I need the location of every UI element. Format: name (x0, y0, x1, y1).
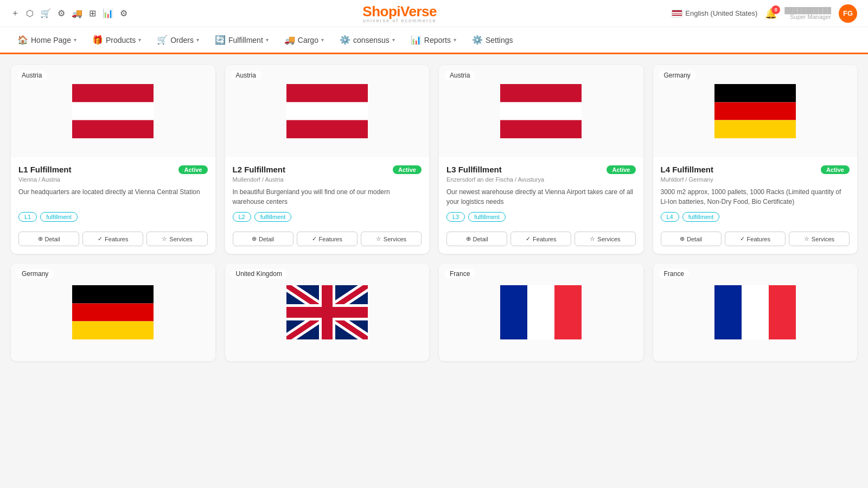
detail-label: Detail (259, 236, 274, 242)
app-tagline: universe of ecommerce (127, 18, 672, 23)
services-button[interactable]: ☆ Services (361, 232, 422, 246)
svg-rect-2 (72, 120, 154, 139)
fulfillment-card: United Kingdom (225, 264, 430, 361)
country-badge: France (659, 269, 690, 279)
navbar: 🏠 Home Page ▾ 🎁 Products ▾ 🛒 Orders ▾ 🔄 … (0, 27, 868, 54)
card-image: Austria (225, 65, 430, 157)
nav-item-reports[interactable]: 📊 Reports ▾ (404, 30, 463, 49)
svg-rect-8 (500, 120, 582, 139)
tag: L4 (661, 212, 679, 222)
features-button[interactable]: ✓ Features (725, 232, 786, 246)
services-icon: ☆ (162, 235, 167, 242)
card-image: Germany (11, 264, 215, 361)
nav-label-reports: Reports (424, 36, 451, 44)
truck-icon[interactable]: 🚚 (72, 8, 82, 18)
card-title: L1 Fulfillment (18, 165, 72, 174)
nav-item-settings[interactable]: ⚙️ Settings (465, 30, 520, 49)
fulfillment-card: Germany L4 Fulfillment Active Muhldorf /… (653, 65, 858, 254)
plus-icon[interactable]: ＋ (11, 8, 20, 19)
nav-label-homepage: Home Page (31, 36, 71, 44)
services-icon: ☆ (376, 235, 381, 242)
card-body: L4 Fulfillment Active Muhldorf / Germany… (653, 157, 858, 226)
card-tags: L3fulfillment (446, 212, 636, 222)
detail-button[interactable]: ⊕ Detail (233, 232, 293, 246)
services-button[interactable]: ☆ Services (146, 232, 207, 246)
chevron-down-icon: ▾ (454, 37, 456, 43)
user-name: ███████████ (784, 7, 831, 14)
svg-rect-11 (714, 120, 796, 139)
gear-icon[interactable]: ⚙ (120, 8, 127, 18)
tag: fulfillment (682, 212, 719, 222)
detail-icon: ⊕ (38, 235, 43, 242)
services-icon: ☆ (590, 235, 595, 242)
nav-item-orders[interactable]: 🛒 Orders ▾ (150, 30, 206, 49)
detail-button[interactable]: ⊕ Detail (661, 232, 722, 246)
nav-label-settings: Settings (486, 36, 513, 44)
features-button[interactable]: ✓ Features (510, 232, 571, 246)
card-description: In beautiful Burgenland you will find on… (233, 187, 422, 207)
services-button[interactable]: ☆ Services (789, 232, 850, 246)
tag: fulfillment (468, 212, 505, 222)
card-tags: L2fulfillment (233, 212, 422, 222)
grid-icon[interactable]: ⊞ (89, 8, 96, 18)
features-icon: ✓ (526, 235, 531, 242)
settings-icon[interactable]: ⚙ (58, 8, 65, 18)
detail-icon: ⊕ (466, 235, 471, 242)
nav-item-products[interactable]: 🎁 Products ▾ (86, 30, 148, 49)
language-selector[interactable]: English (United States) (672, 9, 757, 17)
services-button[interactable]: ☆ Services (575, 232, 635, 246)
user-avatar[interactable]: FG (839, 4, 857, 23)
status-badge: Active (393, 165, 422, 174)
card-actions: ⊕ Detail ✓ Features ☆ Services (653, 226, 858, 254)
svg-rect-26 (554, 285, 582, 339)
card-body: L1 Fulfillment Active Vienna / Austria O… (11, 157, 215, 226)
features-icon: ✓ (98, 235, 103, 242)
country-badge: Germany (16, 269, 54, 279)
chevron-down-icon: ▾ (196, 37, 199, 43)
card-body: L2 Fulfillment Active Mullendorf / Austr… (225, 157, 430, 226)
tag: L1 (18, 212, 37, 222)
nav-label-products: Products (106, 36, 136, 44)
detail-button[interactable]: ⊕ Detail (18, 232, 79, 246)
detail-button[interactable]: ⊕ Detail (446, 232, 507, 246)
nav-label-orders: Orders (170, 36, 194, 44)
tag: L3 (446, 212, 465, 222)
nav-item-homepage[interactable]: 🏠 Home Page ▾ (11, 30, 83, 49)
notifications-button[interactable]: 🔔 0 (765, 8, 777, 20)
card-image: France (439, 264, 643, 361)
card-actions: ⊕ Detail ✓ Features ☆ Services (11, 226, 215, 254)
cargo-icon: 🚚 (284, 35, 295, 45)
chevron-down-icon: ▾ (392, 37, 395, 43)
app-name: ShopiVerse (362, 3, 437, 20)
detail-icon: ⊕ (680, 235, 685, 242)
nav-item-cargo[interactable]: 🚚 Cargo ▾ (278, 30, 330, 49)
features-icon: ✓ (740, 235, 745, 242)
features-label: Features (319, 236, 342, 242)
fulfillment-card: Germany (11, 264, 215, 361)
nav-item-fulfillment[interactable]: 🔄 Fulfillment ▾ (208, 30, 275, 49)
card-tags: L4fulfillment (661, 212, 850, 222)
card-image: France (653, 264, 858, 361)
card-image: Germany (653, 65, 858, 157)
svg-rect-24 (500, 285, 527, 339)
features-button[interactable]: ✓ Features (297, 232, 358, 246)
nav-label-consensus: consensus (353, 36, 390, 44)
detail-label: Detail (473, 236, 488, 242)
chart-icon[interactable]: 📊 (103, 8, 113, 18)
cube-icon[interactable]: ⬡ (26, 8, 34, 18)
detail-label: Detail (687, 236, 702, 242)
card-grid: Austria L1 Fulfillment Active Vienna / A… (11, 65, 857, 361)
nav-item-consensus[interactable]: ⚙️ consensus ▾ (333, 30, 401, 49)
card-actions: ⊕ Detail ✓ Features ☆ Services (225, 226, 430, 254)
svg-rect-1 (72, 102, 154, 120)
services-label: Services (597, 236, 620, 242)
features-label: Features (533, 236, 556, 242)
features-button[interactable]: ✓ Features (82, 232, 143, 246)
card-tags: L1fulfillment (18, 212, 208, 222)
chevron-down-icon: ▾ (321, 37, 324, 43)
card-image: Austria (439, 65, 643, 157)
cart-icon[interactable]: 🛒 (40, 8, 51, 18)
topbar: ＋ ⬡ 🛒 ⚙ 🚚 ⊞ 📊 ⚙ ShopiVerse universe of e… (0, 0, 868, 27)
fulfillment-card: Austria L3 Fullfillment Active Enzersdor… (439, 65, 643, 254)
card-image: Austria (11, 65, 215, 157)
